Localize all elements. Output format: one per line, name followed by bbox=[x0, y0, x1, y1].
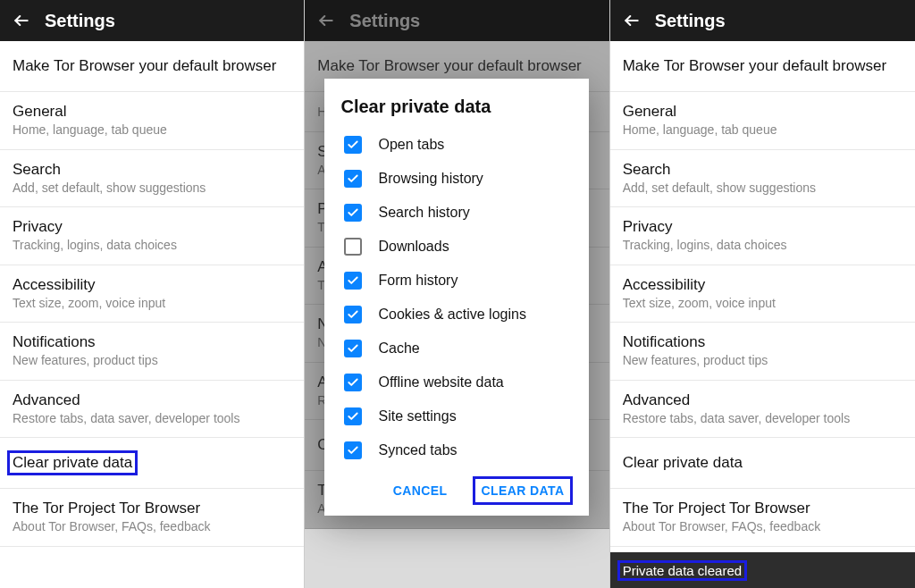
row-privacy[interactable]: PrivacyTracking, logins, data choices bbox=[610, 207, 915, 265]
row-search[interactable]: SearchAdd, set default, show suggestions bbox=[0, 150, 304, 208]
app-header: Settings bbox=[0, 0, 304, 41]
option-downloads[interactable]: Downloads bbox=[340, 230, 573, 264]
settings-list: Make Tor Browser your default browser Ge… bbox=[610, 41, 915, 547]
row-default-browser[interactable]: Make Tor Browser your default browser bbox=[0, 41, 304, 92]
row-advanced[interactable]: AdvancedRestore tabs, data saver, develo… bbox=[0, 381, 304, 439]
clear-data-button[interactable]: CLEAR DATA bbox=[473, 476, 574, 505]
cancel-button[interactable]: CANCEL bbox=[384, 476, 457, 505]
header-title: Settings bbox=[45, 11, 115, 31]
back-icon[interactable] bbox=[619, 8, 644, 33]
checkbox-icon[interactable] bbox=[344, 272, 362, 290]
row-search[interactable]: SearchAdd, set default, show suggestions bbox=[610, 150, 915, 208]
back-icon[interactable] bbox=[9, 8, 34, 33]
checkbox-icon[interactable] bbox=[344, 136, 362, 154]
row-advanced[interactable]: AdvancedRestore tabs, data saver, develo… bbox=[610, 381, 915, 439]
clear-private-data-dialog: Clear private data Open tabs Browsing hi… bbox=[324, 79, 589, 516]
row-notifications[interactable]: NotificationsNew features, product tips bbox=[610, 323, 915, 381]
row-accessibility[interactable]: AccessibilityText size, zoom, voice inpu… bbox=[0, 265, 304, 323]
row-notifications[interactable]: NotificationsNew features, product tips bbox=[0, 323, 304, 381]
checkbox-icon[interactable] bbox=[344, 238, 362, 256]
row-default-browser[interactable]: Make Tor Browser your default browser bbox=[610, 41, 915, 92]
screenshot-step-2: Settings Make Tor Browser your default b… bbox=[305, 0, 609, 588]
checkbox-icon[interactable] bbox=[344, 441, 362, 459]
checkbox-icon[interactable] bbox=[344, 340, 362, 357]
toast: Private data cleared bbox=[610, 552, 915, 588]
option-browsing-history[interactable]: Browsing history bbox=[340, 162, 573, 196]
row-clear-private-data-label: Clear private data bbox=[7, 450, 138, 475]
row-about[interactable]: The Tor Project Tor BrowserAbout Tor Bro… bbox=[0, 489, 304, 547]
checkbox-icon[interactable] bbox=[344, 306, 362, 323]
settings-list: Make Tor Browser your default browser Ge… bbox=[0, 41, 304, 547]
option-search-history[interactable]: Search history bbox=[340, 196, 573, 230]
row-general[interactable]: GeneralHome, language, tab queue bbox=[0, 92, 304, 150]
option-cookies[interactable]: Cookies & active logins bbox=[340, 298, 573, 332]
option-offline-data[interactable]: Offline website data bbox=[340, 365, 573, 399]
row-privacy[interactable]: PrivacyTracking, logins, data choices bbox=[0, 207, 304, 265]
option-synced-tabs[interactable]: Synced tabs bbox=[340, 433, 573, 467]
dialog-title: Clear private data bbox=[340, 97, 573, 117]
header-title: Settings bbox=[655, 11, 726, 31]
checkbox-icon[interactable] bbox=[344, 374, 362, 391]
row-clear-private-data[interactable]: Clear private data bbox=[0, 438, 304, 489]
option-open-tabs[interactable]: Open tabs bbox=[340, 128, 573, 162]
app-header: Settings bbox=[610, 0, 915, 41]
row-about[interactable]: The Tor Project Tor BrowserAbout Tor Bro… bbox=[610, 489, 915, 547]
screenshot-step-1: Settings Make Tor Browser your default b… bbox=[0, 0, 305, 588]
dialog-scrim[interactable]: Clear private data Open tabs Browsing hi… bbox=[305, 0, 609, 588]
row-accessibility[interactable]: AccessibilityText size, zoom, voice inpu… bbox=[610, 265, 915, 323]
checkbox-icon[interactable] bbox=[344, 407, 362, 425]
option-cache[interactable]: Cache bbox=[340, 332, 573, 365]
checkbox-icon[interactable] bbox=[344, 204, 362, 222]
row-clear-private-data[interactable]: Clear private data bbox=[610, 438, 915, 489]
toast-message: Private data cleared bbox=[617, 560, 747, 581]
dialog-actions: CANCEL CLEAR DATA bbox=[340, 476, 573, 505]
checkbox-icon[interactable] bbox=[344, 170, 362, 188]
row-general[interactable]: GeneralHome, language, tab queue bbox=[610, 92, 915, 150]
option-site-settings[interactable]: Site settings bbox=[340, 399, 573, 433]
screenshot-step-3: Settings Make Tor Browser your default b… bbox=[610, 0, 915, 588]
option-form-history[interactable]: Form history bbox=[340, 264, 573, 298]
